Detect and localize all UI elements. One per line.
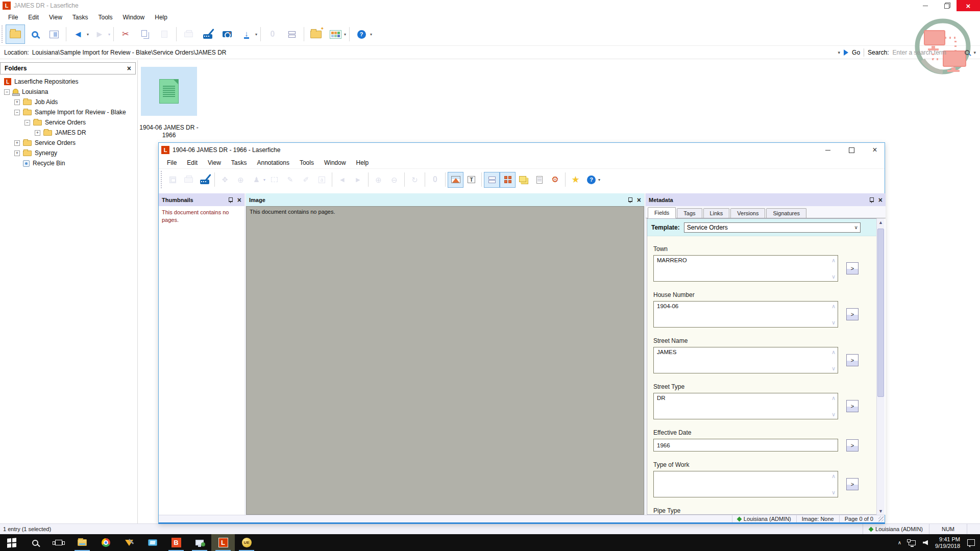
search-icon[interactable] <box>965 50 970 55</box>
menu-view[interactable]: View <box>203 158 226 168</box>
field-expand-button-type-of-work[interactable]: > <box>846 478 859 490</box>
close-button[interactable] <box>957 0 980 11</box>
metadata-scrollbar[interactable]: ▲ ▼ <box>876 218 885 515</box>
field-input-effective-date[interactable]: 1966 <box>653 439 838 452</box>
doc-help-button[interactable]: ? <box>583 172 599 188</box>
spin-up-icon[interactable]: ∧ <box>831 304 836 309</box>
menu-annotations[interactable]: Annotations <box>252 158 295 168</box>
tree-item-james-dr[interactable]: +JAMES DR <box>0 128 137 138</box>
menu-view[interactable]: View <box>44 12 67 22</box>
action-center-icon[interactable] <box>967 539 975 546</box>
scroll-up-icon[interactable]: ▲ <box>877 218 885 226</box>
field-input-street-type[interactable]: DR∧∨ <box>653 393 838 419</box>
location-dropdown-icon[interactable]: ▾ <box>838 50 841 55</box>
search-input[interactable]: Enter a search term <box>892 49 961 56</box>
main-view-options-button[interactable] <box>326 24 345 44</box>
minimize-button[interactable] <box>915 0 936 11</box>
main-help-button[interactable]: ? <box>352 24 371 44</box>
menu-tasks[interactable]: Tasks <box>226 158 252 168</box>
tab-versions[interactable]: Versions <box>730 208 765 218</box>
tree-expander-icon[interactable]: + <box>14 151 20 156</box>
menu-edit[interactable]: Edit <box>23 12 44 22</box>
close-icon[interactable]: × <box>637 196 641 204</box>
document-tile[interactable]: 1904-06 JAMES DR - 1966 <box>141 67 197 116</box>
volume-icon[interactable] <box>923 540 928 545</box>
location-path[interactable]: Louisiana\Sample Import for Review - Bla… <box>32 49 227 56</box>
field-expand-button-street-name[interactable]: > <box>846 354 859 366</box>
field-spinner[interactable]: ∧∨ <box>831 304 836 325</box>
main-copy-button[interactable] <box>135 24 155 44</box>
pin-icon[interactable] <box>627 197 633 203</box>
image-canvas[interactable]: This document contains no pages. <box>246 206 644 515</box>
field-input-house-number[interactable]: 1904-06∧∨ <box>653 301 838 328</box>
scroll-down-icon[interactable]: ▼ <box>877 507 885 515</box>
spin-down-icon[interactable]: ∨ <box>831 412 836 417</box>
main-cut-button[interactable]: ✂ <box>116 24 135 44</box>
go-icon[interactable] <box>844 49 848 56</box>
spin-down-icon[interactable]: ∨ <box>831 490 836 495</box>
tab-tags[interactable]: Tags <box>677 208 702 218</box>
menu-help[interactable]: Help <box>351 158 374 168</box>
taskbar-ultraedit[interactable]: UE <box>235 534 258 551</box>
taskbar-chrome[interactable] <box>94 534 117 551</box>
template-select[interactable]: Service Orders ∨ <box>684 222 861 233</box>
menu-window[interactable]: Window <box>319 158 351 168</box>
spin-up-icon[interactable]: ∧ <box>831 258 836 263</box>
tree-item-synergy[interactable]: +Synergy <box>0 148 137 158</box>
tree-expander-icon[interactable]: − <box>4 89 10 95</box>
tree-expander-icon[interactable]: + <box>14 140 20 146</box>
spin-up-icon[interactable]: ∧ <box>831 473 836 479</box>
close-icon[interactable]: × <box>237 196 241 204</box>
field-spinner[interactable]: ∧∨ <box>831 395 836 417</box>
tree-item-recycle-bin[interactable]: Recycle Bin <box>0 158 137 168</box>
tree-expander-icon[interactable]: + <box>35 130 40 136</box>
taskbar-remote-desktop[interactable] <box>141 534 164 551</box>
main-preview-pane-button[interactable] <box>44 24 64 44</box>
tree-item-louisiana[interactable]: −Louisiana <box>0 87 137 97</box>
go-button[interactable]: Go <box>852 49 860 56</box>
main-fields-button[interactable] <box>282 24 302 44</box>
taskbar-file-explorer[interactable] <box>70 534 94 551</box>
folders-close-icon[interactable]: × <box>127 65 131 72</box>
network-icon[interactable] <box>909 540 916 545</box>
field-expand-button-house-number[interactable]: > <box>846 308 859 320</box>
tab-signatures[interactable]: Signatures <box>766 208 806 218</box>
pin-icon[interactable] <box>228 197 233 203</box>
taskbar-start[interactable] <box>0 534 23 551</box>
taskbar-taskbar-search[interactable] <box>23 534 47 551</box>
spin-down-icon[interactable]: ∨ <box>831 320 836 325</box>
doc-thumbnails-pane-button[interactable] <box>484 172 500 188</box>
tray-expand-icon[interactable]: ∧ <box>898 540 901 545</box>
doc-image-view-button[interactable] <box>448 172 463 188</box>
doc-scan-button[interactable] <box>197 172 212 188</box>
main-photo-button[interactable] <box>217 24 237 44</box>
field-input-town[interactable]: MARRERO∧∨ <box>653 255 838 282</box>
menu-tools[interactable]: Tools <box>295 158 319 168</box>
taskbar-task-view[interactable] <box>47 534 70 551</box>
taskbar-system-app[interactable] <box>188 534 211 551</box>
menu-edit[interactable]: Edit <box>182 158 203 168</box>
main-new-folder-button[interactable]: ✦ <box>306 24 326 44</box>
spin-up-icon[interactable]: ∧ <box>831 349 836 355</box>
spin-down-icon[interactable]: ∨ <box>831 274 836 279</box>
menu-help[interactable]: Help <box>150 12 173 22</box>
tree-expander-icon[interactable]: − <box>14 110 20 115</box>
menu-file[interactable]: File <box>162 158 182 168</box>
main-import-button[interactable]: ↓ <box>237 24 256 44</box>
field-spinner[interactable]: ∧∨ <box>831 473 836 495</box>
restore-button[interactable] <box>936 0 958 11</box>
taskbar-b-app[interactable]: B <box>164 534 188 551</box>
field-expand-button-effective-date[interactable]: > <box>846 439 859 452</box>
tab-links[interactable]: Links <box>703 208 730 218</box>
menu-file[interactable]: File <box>3 12 23 22</box>
tree-expander-icon[interactable]: − <box>24 120 30 126</box>
field-spinner[interactable]: ∧∨ <box>831 349 836 371</box>
tree-item-job-aids[interactable]: +Job Aids <box>0 97 137 107</box>
taskbar-laserfiche[interactable]: L <box>211 534 235 551</box>
pin-icon[interactable] <box>869 197 874 203</box>
menu-tasks[interactable]: Tasks <box>67 12 93 22</box>
field-input-type-of-work[interactable]: ∧∨ <box>653 471 838 497</box>
resize-grip[interactable] <box>878 516 884 521</box>
doc-favorites-button[interactable]: ★ <box>568 172 583 188</box>
search-dropdown-icon[interactable]: ▾ <box>973 50 976 55</box>
